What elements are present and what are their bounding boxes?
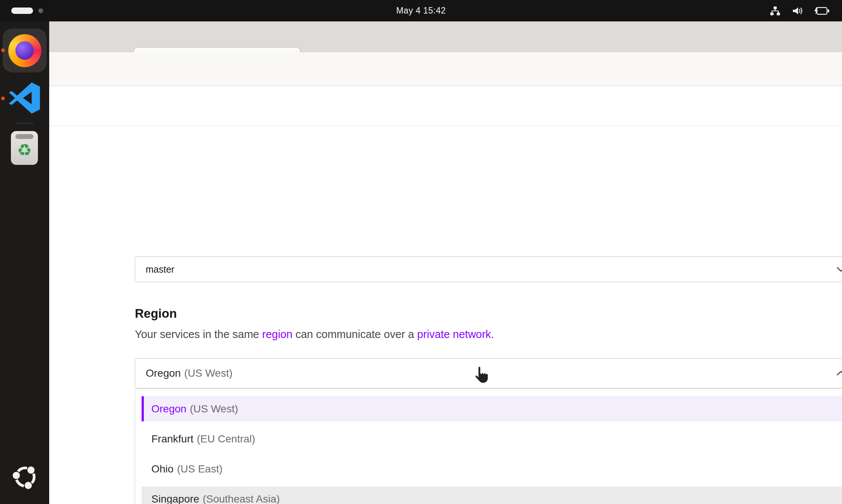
trash-lid [15, 134, 33, 139]
region-description-link[interactable]: region [262, 328, 293, 340]
dock-separator [16, 123, 33, 124]
chevron-down-icon [836, 267, 842, 272]
region-option-name: Frankfurt [151, 433, 193, 445]
branch-value: master [146, 264, 174, 275]
firefox-icon [8, 34, 41, 67]
region-option-oregon[interactable]: Oregon (US West) [142, 396, 842, 421]
recycle-icon: ♻︎ [17, 142, 32, 158]
region-selected-name: Oregon [146, 367, 181, 379]
region-option-detail: (US West) [190, 403, 238, 415]
selected-bar [142, 396, 144, 421]
app-header: M My Workspace New Web Service Search ^ … [49, 86, 842, 126]
region-option-detail: (Southeast Asia) [203, 493, 280, 504]
network-icon [769, 6, 781, 16]
region-description-text: can communicate over a [293, 328, 417, 340]
region-option-detail: (US East) [177, 463, 222, 475]
vscode-running-dot [1, 97, 5, 100]
region-selected-detail: (US West) [184, 367, 232, 379]
region-option-frankfurt[interactable]: Frankfurt (EU Central) [142, 426, 842, 451]
region-option-ohio[interactable]: Ohio (US East) [142, 456, 842, 481]
region-description: Your services in the same region can com… [135, 328, 494, 341]
ubuntu-logo-icon [10, 462, 40, 492]
region-option-name: Oregon [151, 403, 186, 415]
cursor-pointer [472, 364, 492, 386]
dock-item-firefox[interactable] [3, 29, 47, 72]
region-option-singapore[interactable]: Singapore (Southeast Asia) [142, 486, 842, 504]
system-status-area[interactable] [769, 0, 829, 21]
chevron-up-icon [836, 371, 842, 376]
dock-item-vscode[interactable] [7, 81, 42, 115]
dock: ♻︎ [0, 21, 49, 504]
vscode-icon [7, 81, 42, 115]
browser-tab-bar: New Web Service • Rend × [49, 21, 842, 52]
dock-item-trash[interactable]: ♻︎ [11, 131, 38, 165]
region-option-detail: (EU Central) [197, 433, 255, 445]
region-option-name: Singapore [151, 493, 199, 504]
volume-icon [792, 6, 804, 16]
region-heading: Region [135, 306, 177, 321]
battery-charging-icon [814, 6, 829, 16]
region-options-panel: Oregon (US West) Frankfurt (EU Central) … [135, 388, 842, 504]
region-description-text: Your services in the same [135, 328, 262, 340]
dock-item-show-apps[interactable] [10, 462, 40, 492]
browser-toolbar: https://dashboard.render.com/web/new [49, 52, 842, 86]
branch-select[interactable]: master [135, 257, 842, 282]
region-description-link[interactable]: private network. [417, 328, 494, 340]
system-top-bar: May 4 15:42 [0, 0, 842, 21]
region-option-name: Ohio [151, 463, 174, 475]
system-clock[interactable]: May 4 15:42 [0, 0, 842, 21]
screen: May 4 15:42 [0, 0, 842, 504]
page-content: master Region Your services in the same … [49, 126, 842, 504]
firefox-running-dot [1, 48, 5, 52]
